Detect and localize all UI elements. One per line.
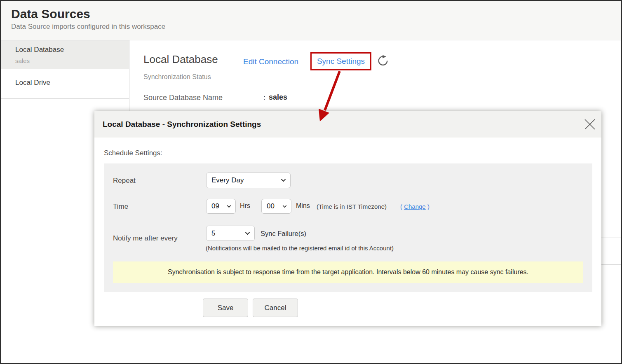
sidebar-border [129,40,129,111]
notifications-note: (Notifications will be mailed to the reg… [206,245,394,252]
sidebar-item-label: Local Database [15,46,129,54]
sync-warning-banner: Synchronisation is subject to response t… [113,261,583,283]
sidebar-item-local-drive[interactable]: Local Drive [1,69,129,99]
chevron-down-icon [282,205,287,208]
sync-failure-select-value: 5 [211,229,215,238]
hours-unit-label: Hrs [240,202,250,210]
minutes-select-value: 00 [267,202,275,210]
chevron-down-icon [281,179,286,182]
data-sources-page: Data Sources Data Source imports configu… [0,0,622,364]
change-timezone-link[interactable]: ( Change ) [400,203,430,210]
sync-status-label: Synchronization Status [143,73,211,81]
cancel-button[interactable]: Cancel [253,299,298,317]
time-label: Time [113,203,128,211]
background-table-line [601,238,621,238]
sync-warning-text: Synchronisation is subject to response t… [168,268,528,276]
save-button[interactable]: Save [203,299,248,317]
minutes-unit-label: Mins [296,202,310,210]
page-subtitle: Data Source imports configured in this w… [11,23,165,31]
sidebar-item-local-database[interactable]: Local Database sales [1,40,129,69]
timezone-note: (Time is in IST Timezone) [317,203,387,210]
repeat-select-value: Every Day [211,176,244,184]
datasource-heading: Local Database [143,53,218,66]
background-table-line [601,264,621,265]
edit-connection-link[interactable]: Edit Connection [243,57,298,66]
datasource-sidebar: Local Database sales Local Drive [1,40,129,99]
schedule-form-panel: Repeat Every Day Time 09 Hrs 00 Mins (Ti… [104,163,592,292]
sync-settings-dialog: Local Database - Synchronization Setting… [94,111,601,326]
notify-label: Notify me after every [113,234,178,243]
repeat-select[interactable]: Every Day [206,173,291,188]
source-db-name-label: Source Database Name [143,93,223,102]
minutes-select[interactable]: 00 [261,199,291,214]
page-header: Data Sources Data Source imports configu… [1,1,621,40]
hours-select-value: 09 [211,202,219,210]
dialog-header: Local Database - Synchronization Setting… [94,111,601,138]
close-icon[interactable] [583,118,596,131]
source-db-name-value: sales [269,93,287,102]
section-divider [129,88,621,88]
refresh-icon[interactable] [377,55,389,66]
repeat-label: Repeat [113,177,136,185]
sync-failure-select[interactable]: 5 [206,226,255,241]
sidebar-item-label: Local Drive [15,79,129,87]
chevron-down-icon [227,205,231,208]
hours-select[interactable]: 09 [206,199,236,214]
dialog-title: Local Database - Synchronization Setting… [103,111,261,138]
chevron-down-icon [245,232,250,235]
sidebar-item-sublabel: sales [15,57,129,64]
schedule-settings-label: Schedule Settings: [104,149,162,157]
sync-failure-unit-label: Sync Failure(s) [261,230,306,238]
field-separator: : [263,93,265,102]
page-title: Data Sources [11,7,90,21]
sync-settings-link[interactable]: Sync Settings [317,57,365,66]
sync-settings-highlight-box: Sync Settings [310,52,371,70]
